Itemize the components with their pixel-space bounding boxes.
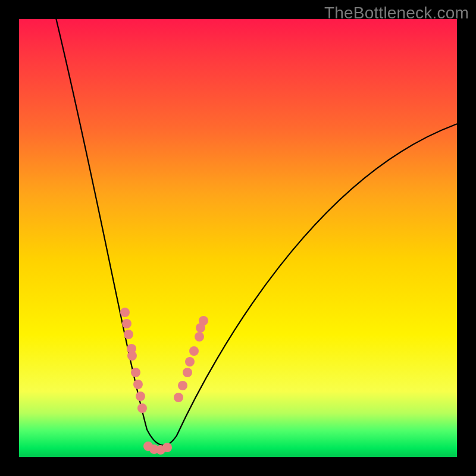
marker-point — [131, 368, 140, 377]
marker-point — [183, 368, 192, 377]
marker-point — [189, 346, 199, 356]
marker-point — [122, 319, 131, 328]
marker-point — [133, 380, 143, 389]
marker-point — [127, 351, 137, 361]
chart-plot-area — [19, 19, 457, 457]
marker-point — [137, 403, 147, 413]
marker-point — [178, 381, 187, 390]
marker-point — [136, 392, 145, 401]
marker-point — [195, 332, 204, 342]
watermark-text: TheBottleneck.com — [324, 4, 469, 23]
marker-point — [124, 330, 133, 339]
marker-point — [174, 393, 183, 402]
marker-point — [185, 357, 195, 367]
marker-layer — [19, 19, 457, 457]
marker-point — [162, 443, 172, 452]
marker-point — [199, 316, 208, 325]
marker-point — [120, 308, 130, 317]
